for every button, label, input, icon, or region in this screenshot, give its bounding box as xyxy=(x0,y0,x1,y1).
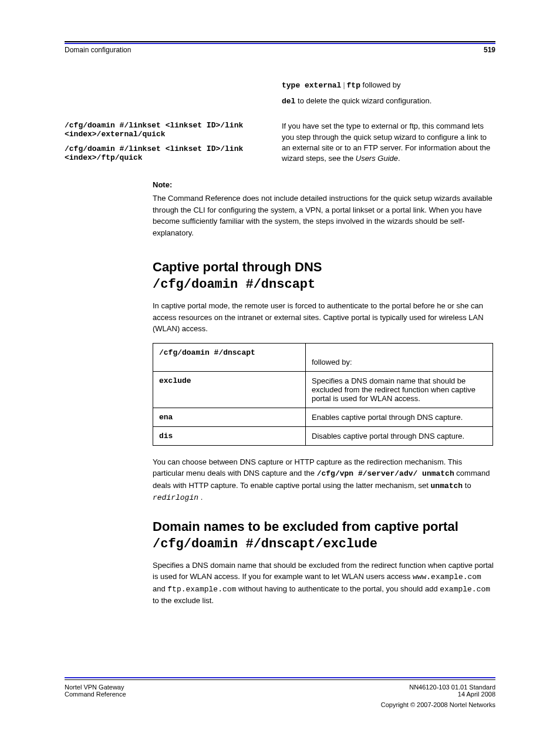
cap-mid2: to xyxy=(465,481,471,490)
excl-p2: and xyxy=(153,584,167,593)
footer-rule-black xyxy=(65,679,495,680)
cmd-del: del xyxy=(282,97,295,106)
footer-copyright: Copyright © 2007-2008 Nortel Networks xyxy=(381,701,495,708)
exclude-title: Domain names to be excluded from captive… xyxy=(153,519,495,534)
header-left: Domain configuration xyxy=(65,46,131,54)
quick-del-line: del to delete the quick wizard configura… xyxy=(282,96,495,107)
exclude-heading: Domain names to be excluded from captive… xyxy=(153,519,495,551)
footer-left2: Command Reference xyxy=(65,691,126,698)
table-header-cmd: /cfg/doamin #/dnscapt xyxy=(153,343,306,371)
footer-rule-blue xyxy=(65,677,495,678)
table-cmd-dis: dis xyxy=(153,426,306,445)
dnscapt-title: Captive portal through DNS xyxy=(153,260,495,275)
table-row: ena Enables captive portal through DNS c… xyxy=(153,408,493,426)
table-header-desc-text: followed by: xyxy=(312,358,352,366)
capture-methods-para: You can choose between DNS capture or HT… xyxy=(153,456,495,504)
quick-left-col xyxy=(65,80,264,112)
cmd-type-desc: followed by xyxy=(360,80,401,89)
quick-desc-end: . xyxy=(398,154,400,163)
cmd-del-desc: to delete the quick wizard configuration… xyxy=(295,96,431,105)
excl-m3: example.com xyxy=(440,585,490,594)
cap-cmd3: redirlogin xyxy=(153,493,198,502)
table-desc-dis: Disables captive portal through DNS capt… xyxy=(306,426,493,445)
quick-desc-ital: Users Guide xyxy=(356,154,398,163)
footer-line1: Nortel VPN Gateway NN46120-103 01.01 Sta… xyxy=(65,684,495,691)
cap-cmd2: unmatch xyxy=(431,482,463,490)
excl-p4: to the exclude list. xyxy=(153,596,214,605)
table-row: exclude Specifies a DNS domain name that… xyxy=(153,371,493,408)
footer-line2: Command Reference 14 April 2008 xyxy=(65,691,495,698)
cmd-type-suffix: ftp xyxy=(347,81,360,90)
top-rule xyxy=(65,41,495,42)
quick-right-desc: If you have set the type to external or … xyxy=(282,121,495,169)
table-header-desc: followed by: xyxy=(306,343,493,371)
quick-right-col: type external | ftp followed by del to d… xyxy=(282,80,495,112)
footer-left1: Nortel VPN Gateway xyxy=(65,684,124,691)
quick-type-line: type external | ftp followed by xyxy=(282,80,495,91)
table-cmd-ena: ena xyxy=(153,408,306,426)
footer-right1: NN46120-103 01.01 Standard xyxy=(409,684,495,691)
table-cmd-exclude: exclude xyxy=(153,371,306,408)
page-number: 519 xyxy=(484,46,495,54)
note-block: Note: The Command Reference does not inc… xyxy=(153,180,495,238)
note-title: Note: xyxy=(153,180,495,189)
cmd-external-quick: /cfg/doamin #/linkset <linkset ID>/link … xyxy=(65,121,264,139)
exclude-para: Specifies a DNS domain name that should … xyxy=(153,560,495,607)
cmd-type-prefix: type external xyxy=(282,81,341,90)
dnscapt-para: In captive portal mode, the remote user … xyxy=(153,300,495,335)
quick-section: type external | ftp followed by del to d… xyxy=(65,80,495,112)
header-right: 519 xyxy=(484,46,495,54)
page-header: Domain configuration 519 xyxy=(65,46,495,54)
excl-m1: www.example.com xyxy=(413,573,481,581)
table-desc-ena: Enables captive portal through DNS captu… xyxy=(306,408,493,426)
note-body: The Command Reference does not include d… xyxy=(153,193,495,238)
dnscapt-cmd: /cfg/doamin #/dnscapt xyxy=(153,277,495,292)
excl-p3: without having to authenticate to the po… xyxy=(238,584,440,593)
quick-left-cmds: /cfg/doamin #/linkset <linkset ID>/link … xyxy=(65,121,264,169)
excl-m2: ftp.example.com xyxy=(167,585,236,594)
cap-cmd1: /cfg/vpn #/server/adv/ unmatch xyxy=(317,469,454,478)
table-desc-exclude: Specifies a DNS domain name that should … xyxy=(306,371,493,408)
exclude-cmd: /cfg/doamin #/dnscapt/exclude xyxy=(153,537,495,551)
cmd-ftp-quick: /cfg/doamin #/linkset <linkset ID>/link … xyxy=(65,144,264,162)
quick-wizard-section: /cfg/doamin #/linkset <linkset ID>/link … xyxy=(65,121,495,169)
quick-desc-para: If you have set the type to external or … xyxy=(282,121,495,164)
pipe: | xyxy=(341,80,346,89)
dnscapt-table: /cfg/doamin #/dnscapt followed by: exclu… xyxy=(153,343,493,446)
cap-end: . xyxy=(201,493,203,502)
table-header-row: /cfg/doamin #/dnscapt followed by: xyxy=(153,343,493,371)
footer-right2: 14 April 2008 xyxy=(458,691,495,698)
table-row: dis Disables captive portal through DNS … xyxy=(153,426,493,445)
footer: Nortel VPN Gateway NN46120-103 01.01 Sta… xyxy=(65,677,495,708)
dnscapt-heading: Captive portal through DNS /cfg/doamin #… xyxy=(153,260,495,292)
